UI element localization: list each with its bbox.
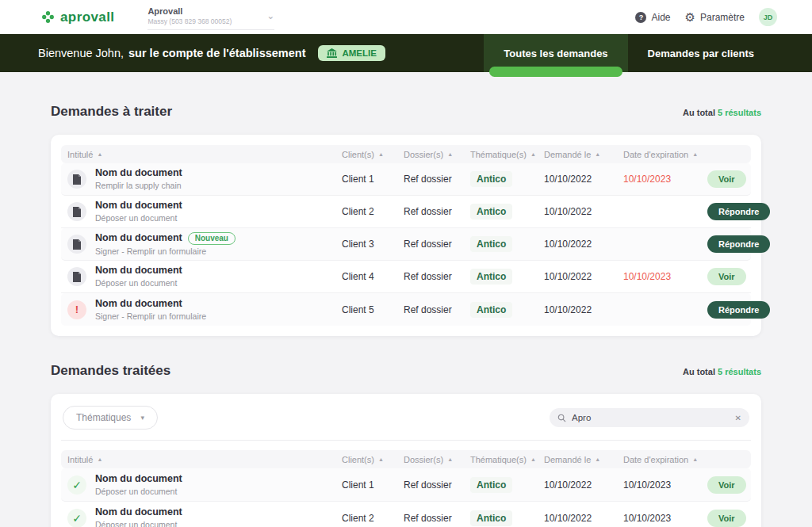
column-expiration[interactable]: Date d'expiration▲: [623, 455, 707, 464]
row-action-button[interactable]: Répondre: [707, 203, 770, 220]
dossier-cell: Ref dossier: [404, 239, 470, 250]
column-dossiers[interactable]: Dossier(s)▲: [404, 455, 470, 464]
user-avatar[interactable]: JD: [759, 8, 777, 26]
column-clients[interactable]: Client(s)▲: [342, 150, 404, 159]
row-action-button[interactable]: Voir: [707, 170, 746, 188]
column-demande-le[interactable]: Demandé le▲: [544, 150, 623, 159]
row-action-button[interactable]: Répondre: [707, 301, 770, 319]
table-row: !✓ Nom du documentNouveau Signer - Rempl…: [61, 228, 751, 261]
greeting-bold: sur le compte de l'établissement: [128, 47, 305, 59]
logo-wordmark: aprovall: [60, 10, 114, 25]
expiration-date-cell: 10/10/2023: [623, 271, 671, 282]
alert-icon: !: [75, 304, 79, 315]
column-thematiques[interactable]: Thématique(s)▲: [470, 455, 544, 464]
column-intitule[interactable]: Intitulé▲: [67, 455, 342, 464]
account-selector[interactable]: Aprovall Massy (503 829 368 00052) ⌄: [147, 4, 274, 30]
sort-asc-icon: ▲: [447, 151, 453, 157]
client-cell: Client 5: [342, 304, 404, 315]
new-badge: Nouveau: [188, 232, 236, 245]
document-title: Nom du document: [95, 167, 182, 179]
pending-table-card: Intitulé▲ Client(s)▲ Dossier(s)▲ Thémati…: [51, 135, 761, 336]
tab-demandes-par-clients[interactable]: Demandes par clients: [628, 34, 774, 72]
client-cell: Client 3: [342, 239, 404, 250]
row-action-button[interactable]: Voir: [707, 476, 746, 494]
pending-rows: !✓ Nom du document Remplir la supply cha…: [61, 163, 751, 326]
requested-date-cell: 10/10/2022: [544, 479, 623, 491]
document-subtitle: Déposer un document: [95, 278, 182, 288]
dossier-cell: Ref dossier: [404, 513, 470, 524]
sort-asc-icon: ▲: [378, 456, 384, 462]
expiration-date-cell: 10/10/2023: [623, 513, 671, 524]
sort-asc-icon: ▲: [447, 456, 453, 462]
dossier-cell: Ref dossier: [404, 304, 470, 315]
column-thematiques[interactable]: Thématique(s)▲: [470, 150, 544, 159]
greeting-text: Bienvenue John, sur le compte de l'établ…: [38, 45, 385, 61]
document-subtitle: Signer - Remplir un formulaire: [95, 311, 206, 322]
requested-date-cell: 10/10/2022: [544, 513, 623, 524]
requested-date-cell: 10/10/2022: [544, 304, 623, 315]
caret-down-icon: ▾: [140, 414, 144, 422]
search-icon: [557, 414, 566, 422]
row-action-button[interactable]: Voir: [707, 510, 746, 527]
document-icon: [72, 174, 82, 185]
document-subtitle: Remplir la supply chain: [95, 181, 182, 191]
document-icon: [72, 272, 82, 282]
account-name: Aprovall: [147, 6, 232, 17]
thematiques-filter-label: Thématiques: [76, 412, 131, 423]
top-bar: aprovall Aprovall Massy (503 829 368 000…: [0, 0, 812, 34]
column-expiration[interactable]: Date d'expiration▲: [623, 150, 707, 159]
pending-table-header: Intitulé▲ Client(s)▲ Dossier(s)▲ Thémati…: [61, 145, 751, 163]
search-box[interactable]: ✕: [550, 408, 749, 427]
pending-section-title: Demandes à traiter: [51, 104, 172, 120]
requested-date-cell: 10/10/2022: [544, 271, 623, 282]
document-title: Nom du document: [95, 298, 182, 310]
chevron-down-icon: ⌄: [266, 10, 274, 21]
processed-rows: !✓ Nom du document Déposer un document C…: [61, 468, 751, 527]
theme-badge: Antico: [470, 204, 512, 220]
settings-button[interactable]: ⚙ Paramètre: [685, 11, 745, 23]
table-row: !✓ Nom du document Déposer un document C…: [61, 261, 751, 293]
pending-total: Au total5 résultats: [683, 108, 761, 117]
check-icon: ✓: [72, 479, 82, 491]
sort-asc-icon: ▲: [692, 456, 698, 462]
column-demande-le[interactable]: Demandé le▲: [544, 455, 623, 464]
greeting-regular: Bienvenue John,: [38, 47, 124, 59]
check-icon: ✓: [72, 512, 82, 525]
sort-asc-icon: ▲: [692, 151, 698, 157]
account-detail: Massy (503 829 368 00052): [147, 17, 232, 26]
theme-badge: Antico: [470, 477, 512, 493]
sort-asc-icon: ▲: [97, 151, 102, 157]
theme-badge: Antico: [470, 171, 512, 187]
theme-badge: Antico: [470, 302, 512, 318]
welcome-banner: Bienvenue John, sur le compte de l'établ…: [0, 34, 812, 72]
document-title: Nom du document: [95, 265, 182, 277]
table-row: !✓ Nom du document Signer - Remplir un f…: [61, 293, 751, 326]
theme-badge: Antico: [470, 236, 512, 252]
sort-asc-icon: ▲: [530, 456, 536, 462]
row-action-button[interactable]: Voir: [707, 268, 746, 285]
document-title: Nom du document: [95, 200, 182, 212]
help-label: Aide: [651, 12, 670, 23]
establishment-badge-label: AMELIE: [342, 48, 376, 58]
document-title: Nom du document: [95, 232, 182, 244]
search-input[interactable]: [572, 413, 730, 422]
table-row: !✓ Nom du document Déposer un document C…: [61, 196, 751, 228]
tab-toutes-les-demandes[interactable]: Toutes les demandes: [484, 34, 627, 72]
row-action-button[interactable]: Répondre: [707, 235, 770, 253]
document-subtitle: Déposer un document: [95, 520, 182, 527]
table-row: !✓ Nom du document Remplir la supply cha…: [61, 163, 751, 196]
settings-label: Paramètre: [700, 12, 745, 23]
column-dossiers[interactable]: Dossier(s)▲: [404, 150, 470, 159]
thematiques-filter-dropdown[interactable]: Thématiques ▾: [63, 406, 158, 430]
total-label: Au total: [683, 108, 715, 117]
total-count: 5 résultats: [718, 367, 761, 376]
gear-icon: ⚙: [685, 11, 695, 23]
tabs-nav: Toutes les demandes Demandes par clients: [484, 34, 812, 72]
requested-date-cell: 10/10/2022: [544, 206, 623, 217]
column-clients[interactable]: Client(s)▲: [342, 455, 404, 464]
establishment-badge[interactable]: AMELIE: [318, 45, 385, 61]
help-button[interactable]: ? Aide: [635, 12, 670, 23]
document-subtitle: Déposer un document: [95, 487, 182, 497]
column-intitule[interactable]: Intitulé▲: [67, 150, 342, 159]
close-icon[interactable]: ✕: [735, 414, 741, 422]
